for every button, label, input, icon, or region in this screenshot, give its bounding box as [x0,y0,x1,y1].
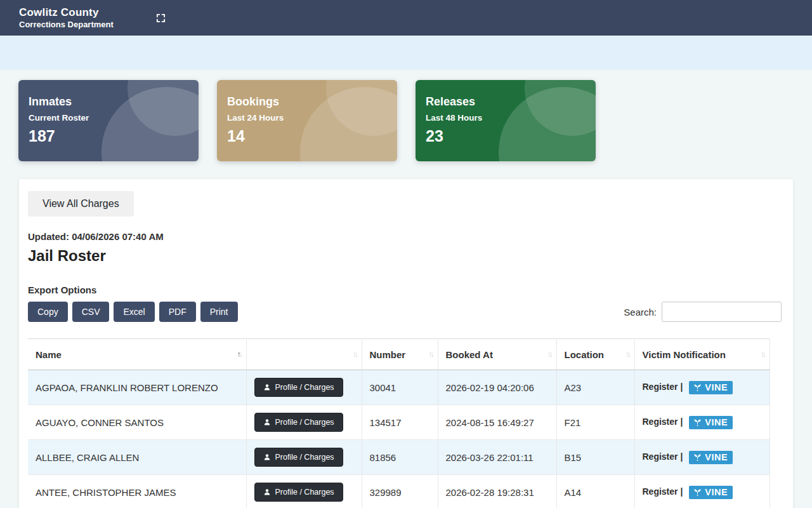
profile-charges-button[interactable]: Profile / Charges [254,483,343,502]
victim-notification-cell: Register |VINE [634,475,769,508]
sort-icons: ↑↓ [547,350,551,359]
card-subtitle: Current Roster [29,113,199,123]
export-buttons-group: Copy CSV Excel PDF Print [28,302,238,322]
hero-band [0,36,812,70]
search-label: Search: [624,307,657,318]
table-row: ALLBEE, CRAIG ALLEN Profile / Charges 81… [28,440,769,475]
print-button[interactable]: Print [200,302,238,322]
victim-notification-cell: Register |VINE [634,405,769,440]
column-header-number[interactable]: Number ↑↓ [362,339,438,370]
table-row: ANTEE, CHRISTOPHER JAMES Profile / Charg… [28,475,769,508]
fullscreen-button[interactable] [153,10,169,26]
card-value: 187 [29,127,199,145]
inmate-name-cell: AGUAYO, CONNER SANTOS [28,405,246,440]
card-title: Inmates [29,95,199,109]
card-subtitle: Last 24 Hours [227,113,397,123]
inmates-card: Inmates Current Roster 187 [18,80,199,161]
vine-link[interactable]: VINE [689,486,733,499]
card-title: Bookings [227,95,397,109]
sort-icons: ↑↓ [353,350,357,359]
fullscreen-icon [155,13,166,23]
booked-at-cell: 2024-08-15 16:49:27 [438,405,556,440]
card-title: Releases [426,95,596,109]
person-icon [263,418,271,426]
sort-descending-icon: ↓ [549,350,551,359]
sort-descending-icon: ↓ [355,350,357,359]
search-input[interactable] [662,302,782,322]
sort-icons: ↑↓ [761,350,764,359]
view-all-charges-button[interactable]: View All Charges [28,191,134,217]
county-name: Cowlitz County [19,6,114,19]
vine-sprout-icon [693,382,702,392]
stats-row: Inmates Current Roster 187 Bookings Last… [0,70,812,161]
updated-timestamp: Updated: 04/06/2026 07:40 AM [28,231,784,242]
person-icon [263,384,271,391]
vine-link[interactable]: VINE [689,416,733,429]
inmate-number-cell: 134517 [362,405,438,440]
inmate-number-cell: 329989 [362,475,438,508]
column-header-booked-at[interactable]: Booked At ↑↓ [438,339,556,370]
register-link[interactable]: Register | [643,417,683,427]
excel-button[interactable]: Excel [114,302,154,322]
sort-descending-icon: ↓ [627,350,629,359]
releases-card: Releases Last 48 Hours 23 [416,80,596,161]
table-controls: Copy CSV Excel PDF Print Search: [28,302,784,322]
copy-button[interactable]: Copy [28,302,68,322]
column-header-name[interactable]: Name ↑↓ [28,339,246,370]
card-subtitle: Last 48 Hours [426,113,596,123]
booked-at-cell: 2026-03-26 22:01:11 [438,440,556,475]
location-cell: F21 [556,405,634,440]
profile-charges-button[interactable]: Profile / Charges [254,448,343,467]
column-header-victim-notification[interactable]: Victim Notification ↑↓ [634,339,769,370]
profile-charges-button[interactable]: Profile / Charges [254,413,343,432]
inmate-number-cell: 81856 [362,440,438,475]
vine-link[interactable]: VINE [689,451,733,464]
vine-sprout-icon [693,452,702,462]
victim-notification-cell: Register |VINE [634,440,769,475]
export-options-label: Export Options [28,284,784,295]
column-header-location[interactable]: Location ↑↓ [556,339,634,370]
booked-at-cell: 2026-02-19 04:20:06 [438,370,556,405]
profile-cell: Profile / Charges [246,405,362,440]
register-link[interactable]: Register | [643,486,683,497]
sort-descending-icon: ↓ [763,350,764,359]
jail-roster-table: Name ↑↓ ↑↓ Number ↑↓ Booked At ↑↓ Locati… [28,338,770,508]
vine-sprout-icon [693,487,702,497]
vine-sprout-icon [693,417,702,427]
roster-panel: View All Charges Updated: 04/06/2026 07:… [19,179,793,508]
page-title: Jail Roster [28,247,784,265]
vine-link[interactable]: VINE [689,381,733,394]
profile-cell: Profile / Charges [246,440,362,475]
inmate-number-cell: 30041 [362,370,438,405]
bookings-card: Bookings Last 24 Hours 14 [217,80,397,161]
pdf-button[interactable]: PDF [159,302,196,322]
location-cell: A14 [556,475,634,508]
sort-icons: ↑↓ [237,350,241,359]
inmate-name-cell: ANTEE, CHRISTOPHER JAMES [28,475,246,508]
profile-charges-button[interactable]: Profile / Charges [254,378,343,397]
card-value: 14 [227,127,397,145]
inmate-name-cell: ALLBEE, CRAIG ALLEN [28,440,246,475]
sort-icons: ↑↓ [429,350,433,359]
table-row: AGUAYO, CONNER SANTOS Profile / Charges … [28,405,769,440]
search-container: Search: [624,302,782,322]
app-header: Cowlitz County Corrections Department [0,0,812,36]
csv-button[interactable]: CSV [72,302,110,322]
victim-notification-cell: Register |VINE [634,370,769,405]
sort-icons: ↑↓ [625,350,629,359]
sort-descending-icon: ↓ [431,350,433,359]
sort-descending-icon: ↓ [239,350,241,359]
person-icon [263,488,271,496]
register-link[interactable]: Register | [643,382,683,392]
table-row: AGPAOA, FRANKLIN ROBERT LORENZO Profile … [28,370,769,405]
location-cell: B15 [556,440,634,475]
profile-cell: Profile / Charges [246,475,362,508]
column-header-profile[interactable]: ↑↓ [246,339,362,370]
app-title: Cowlitz County Corrections Department [19,6,114,30]
register-link[interactable]: Register | [643,451,683,462]
booked-at-cell: 2026-02-28 19:28:31 [438,475,556,508]
person-icon [263,453,271,461]
profile-cell: Profile / Charges [246,370,362,405]
department-name: Corrections Department [19,20,114,30]
card-value: 23 [426,127,596,145]
